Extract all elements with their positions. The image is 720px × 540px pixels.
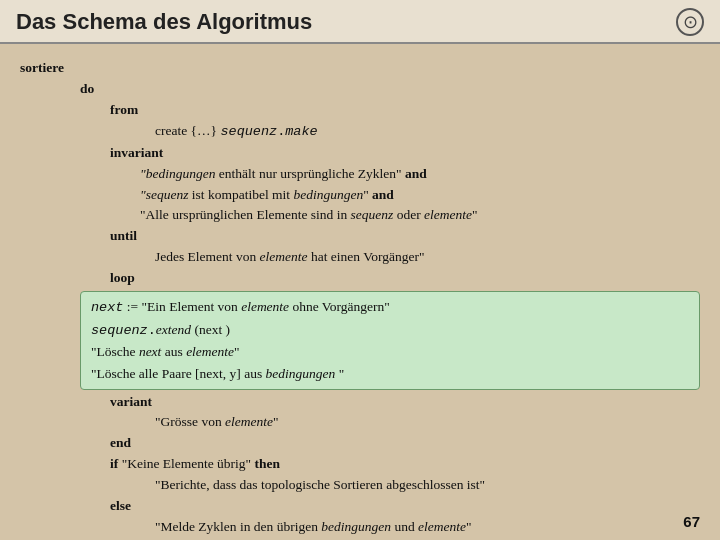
variant-content: "Grösse von elemente"	[20, 412, 700, 433]
algorithm-content: sortiere do from create {…} sequenz.make…	[0, 44, 720, 540]
sortiere-line: sortiere	[20, 58, 700, 79]
header: Das Schema des Algoritmus	[0, 0, 720, 44]
until-keyword: until	[110, 228, 137, 243]
sequenz-var: sequenz	[91, 323, 148, 338]
variant-keyword: variant	[110, 394, 152, 409]
then-content: "Berichte, dass das topologische Sortier…	[20, 475, 700, 496]
and-keyword-2: and	[372, 187, 394, 202]
next-var: next	[91, 300, 123, 315]
page-container: Das Schema des Algoritmus sortiere do fr…	[0, 0, 720, 540]
inv-line1: "bedingungen enthält nur ursprüngliche Z…	[20, 164, 700, 185]
invariant-keyword: invariant	[110, 145, 163, 160]
losche-next-text: "Lösche next aus elemente"	[91, 344, 240, 359]
inv-line1-mid: enthält nur ursprüngliche Zyklen"	[219, 166, 405, 181]
inv-sequenz: "sequenz	[140, 187, 188, 202]
else-line: else	[20, 496, 700, 517]
loop-losche-paare: "Lösche alle Paare [next, y] aus bedingu…	[91, 363, 689, 385]
and-keyword-1: and	[405, 166, 427, 181]
until-line: until	[20, 226, 700, 247]
loop-assign: := "Ein Element von elemente ohne Vorgän…	[127, 299, 390, 314]
loop-losche-next: "Lösche next aus elemente"	[91, 341, 689, 363]
loop-keyword: loop	[110, 270, 135, 285]
inv-line2-mid: ist kompatibel mit bedingungen"	[192, 187, 372, 202]
then-text: "Berichte, dass das topologische Sortier…	[155, 477, 485, 492]
variant-line: variant	[20, 392, 700, 413]
loop-next-param: (next )	[191, 322, 230, 337]
page-title: Das Schema des Algoritmus	[16, 9, 312, 35]
if-line: if "Keine Elemente übrig" then	[20, 454, 700, 475]
extend-text: extend	[156, 322, 191, 337]
inv-line2: "sequenz ist kompatibel mit bedingungen"…	[20, 185, 700, 206]
sequenz-make-text: sequenz.make	[220, 124, 317, 139]
inv-bedingungen: "bedingungen	[140, 166, 215, 181]
until-text: Jedes Element von elemente hat einen Vor…	[155, 249, 424, 264]
losche-paare-text: "Lösche alle Paare [next, y] aus bedingu…	[91, 366, 344, 381]
circle-dot-icon	[676, 8, 704, 36]
create-line: create {…} sequenz.make	[20, 121, 700, 143]
else-keyword: else	[110, 498, 131, 513]
dot-char: .	[148, 323, 156, 338]
loop-keyword-line: loop	[20, 268, 700, 289]
loop-next-line: next := "Ein Element von elemente ohne V…	[91, 296, 689, 319]
from-keyword: from	[110, 102, 138, 117]
until-content: Jedes Element von elemente hat einen Vor…	[20, 247, 700, 268]
create-text: create {…} sequenz.make	[155, 123, 318, 138]
sortiere-keyword: sortiere	[20, 60, 64, 75]
end1-keyword: end	[110, 435, 131, 450]
from-line: from	[20, 100, 700, 121]
inv-line3: "Alle ursprünglichen Elemente sind in se…	[20, 205, 700, 226]
loop-box: next := "Ein Element von elemente ohne V…	[80, 291, 700, 389]
inv-line3-text: "Alle ursprünglichen Elemente sind in se…	[140, 207, 478, 222]
end1-line: end	[20, 433, 700, 454]
if-text: if "Keine Elemente übrig" then	[110, 456, 280, 471]
page-number: 67	[683, 513, 700, 530]
do-line: do	[20, 79, 700, 100]
loop-sequenz-line: sequenz.extend (next )	[91, 319, 689, 342]
invariant-line: invariant	[20, 143, 700, 164]
variant-text: "Grösse von elemente"	[155, 414, 279, 429]
do-keyword: do	[80, 81, 94, 96]
else-content: "Melde Zyklen in den übrigen bedingungen…	[20, 517, 700, 538]
else-text: "Melde Zyklen in den übrigen bedingungen…	[155, 519, 472, 534]
